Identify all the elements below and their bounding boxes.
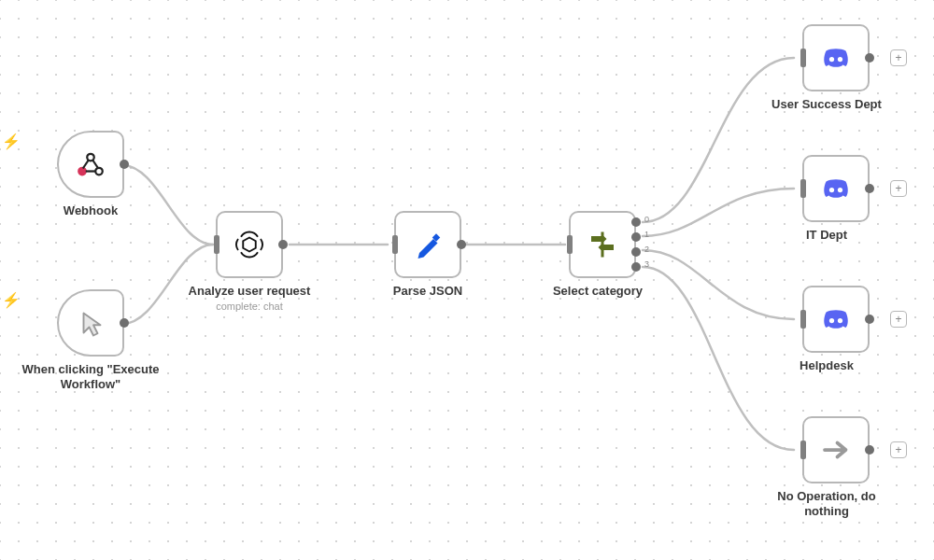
output-port[interactable] <box>278 240 288 249</box>
input-port[interactable] <box>800 49 806 67</box>
node-webhook[interactable]: ⚡ Webhook <box>21 131 161 218</box>
node-label: When clicking "Execute Workflow" <box>21 362 161 393</box>
input-port[interactable] <box>567 235 573 254</box>
svg-point-9 <box>838 188 842 192</box>
output-port[interactable] <box>120 318 129 328</box>
output-port-0[interactable]: 0 <box>631 217 641 227</box>
node-select-category[interactable]: 0 1 2 3 Select category <box>528 211 677 299</box>
output-port[interactable] <box>120 160 129 169</box>
output-port[interactable] <box>865 184 874 193</box>
trigger-bolt-icon: ⚡ <box>2 133 21 150</box>
node-no-operation[interactable]: + No Operation, do nothing <box>757 416 915 520</box>
signpost-icon <box>586 228 619 261</box>
node-helpdesk[interactable]: + Helpdesk <box>757 286 915 373</box>
output-port-2[interactable]: 2 <box>631 247 641 257</box>
node-user-success-dept[interactable]: + User Success Dept <box>757 24 915 112</box>
node-label: No Operation, do nothing <box>757 489 897 520</box>
add-node-button[interactable]: + <box>890 49 907 66</box>
svg-marker-3 <box>243 238 256 252</box>
multi-output: 0 1 2 3 <box>631 217 641 272</box>
webhook-icon <box>74 147 107 181</box>
node-it-dept[interactable]: + IT Dept <box>757 155 915 243</box>
input-port[interactable] <box>800 310 806 329</box>
output-port[interactable] <box>865 315 874 324</box>
output-port-1[interactable]: 1 <box>631 232 641 242</box>
cursor-icon <box>74 306 107 340</box>
node-sublabel: complete: chat <box>179 301 319 312</box>
node-label: Select category <box>528 284 668 299</box>
svg-point-7 <box>838 57 842 62</box>
node-label: Parse JSON <box>358 284 498 299</box>
node-analyze[interactable]: Analyze user request complete: chat <box>179 211 319 312</box>
svg-point-6 <box>829 57 834 62</box>
add-node-button[interactable]: + <box>890 180 907 197</box>
svg-point-0 <box>87 154 94 161</box>
input-port[interactable] <box>214 235 219 254</box>
discord-icon <box>819 302 853 336</box>
discord-icon <box>819 41 853 75</box>
add-node-button[interactable]: + <box>890 441 907 458</box>
pencil-icon <box>411 228 445 261</box>
node-label: IT Dept <box>757 228 897 243</box>
svg-point-10 <box>829 318 834 323</box>
openai-icon <box>233 228 266 261</box>
node-label: Analyze user request <box>179 284 319 299</box>
output-port[interactable] <box>865 445 874 455</box>
add-node-button[interactable]: + <box>890 311 907 328</box>
svg-point-1 <box>78 168 86 175</box>
input-port[interactable] <box>800 179 806 198</box>
node-manual-trigger[interactable]: ⚡ When clicking "Execute Workflow" <box>21 289 161 393</box>
node-parse-json[interactable]: Parse JSON <box>358 211 498 299</box>
output-port[interactable] <box>457 240 466 249</box>
discord-icon <box>819 172 853 205</box>
input-port[interactable] <box>800 441 806 459</box>
node-label: Helpdesk <box>757 358 897 373</box>
node-label: Webhook <box>21 203 161 218</box>
svg-point-2 <box>95 168 103 175</box>
node-label: User Success Dept <box>757 97 897 112</box>
svg-point-11 <box>838 318 842 323</box>
arrow-right-icon <box>819 433 853 467</box>
svg-point-8 <box>829 188 834 192</box>
workflow-canvas[interactable]: ⚡ Webhook ⚡ When clicking "Execute Workf… <box>0 0 934 560</box>
output-port[interactable] <box>865 53 874 63</box>
input-port[interactable] <box>392 235 398 254</box>
output-port-3[interactable]: 3 <box>631 262 641 272</box>
trigger-bolt-icon: ⚡ <box>2 291 21 309</box>
